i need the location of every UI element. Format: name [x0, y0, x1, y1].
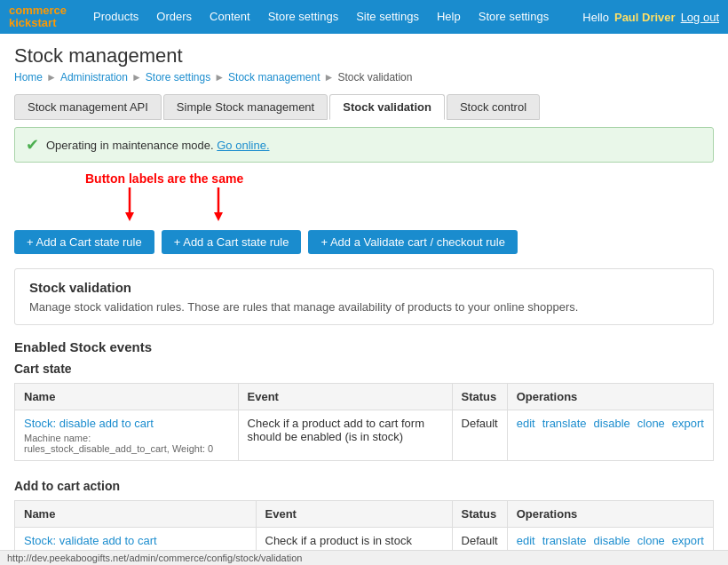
status-url: http://dev.peekaboogifts.net/admin/comme… [7, 553, 302, 563]
nav-products[interactable]: Products [84, 0, 147, 34]
hello-text: Hello [582, 11, 609, 24]
content-area: ✔ Operating in maintenance mode. Go onli… [0, 120, 728, 565]
add-validate-cart-checkout-btn[interactable]: + Add a Validate cart / checkout rule [308, 230, 518, 254]
cart-state-row-name: Stock: disable add to cart Machine name:… [15, 410, 239, 461]
nav-links: Products Orders Content Store settings S… [84, 0, 582, 34]
nav-content[interactable]: Content [201, 0, 259, 34]
annotation-label: Button labels are the same [85, 171, 714, 186]
add-to-cart-heading: Add to cart action [14, 479, 714, 493]
tab-stock-management-api[interactable]: Stock management API [14, 94, 162, 120]
cart-state-name-link[interactable]: Stock: disable add to cart [24, 417, 154, 430]
tab-simple-stock-management[interactable]: Simple Stock management [163, 94, 328, 120]
cart-state-ops: edit translate disable clone export [507, 410, 713, 461]
add-to-cart-clone[interactable]: clone [637, 534, 665, 547]
breadcrumb: Home ► Administration ► Store settings ►… [14, 71, 714, 84]
enabled-stock-events-heading: Enabled Stock events [14, 339, 714, 354]
cart-state-status: Default [452, 410, 507, 461]
col-event-1: Event [238, 384, 452, 410]
annotation-area: Button labels are the same [14, 171, 714, 223]
cart-state-export[interactable]: export [672, 417, 704, 430]
tab-bar: Stock management API Simple Stock manage… [0, 87, 728, 120]
add-cart-state-rule-btn-2[interactable]: + Add a Cart state rule [162, 230, 302, 254]
notice-bar: ✔ Operating in maintenance mode. Go onli… [14, 127, 714, 163]
stock-validation-desc: Manage stock validation rules. Those are… [29, 300, 699, 314]
nav-site-settings[interactable]: Site settings [347, 0, 428, 34]
add-to-cart-edit[interactable]: edit [517, 534, 535, 547]
cart-state-ops-links: edit translate disable clone export [517, 417, 704, 430]
action-buttons-row: + Add a Cart state rule + Add a Cart sta… [14, 230, 714, 254]
breadcrumb-admin[interactable]: Administration [60, 71, 128, 84]
stock-validation-title: Stock validation [29, 280, 699, 295]
nav-store-settings-1[interactable]: Store settings [259, 0, 348, 34]
col-status-1: Status [452, 384, 507, 410]
cart-state-header-row: Name Event Status Operations [15, 384, 714, 410]
cart-state-edit[interactable]: edit [517, 417, 535, 430]
add-to-cart-translate[interactable]: translate [542, 534, 587, 547]
add-cart-state-rule-btn-1[interactable]: + Add a Cart state rule [14, 230, 154, 254]
notice-text: Operating in maintenance mode. Go online… [46, 139, 270, 152]
nav-orders[interactable]: Orders [147, 0, 201, 34]
logout-link[interactable]: Log out [681, 11, 719, 24]
add-to-cart-ops-links: edit translate disable clone export [517, 534, 704, 547]
col-ops-1: Operations [507, 384, 713, 410]
logo-kickstart: kickstart [9, 16, 56, 29]
tab-stock-control[interactable]: Stock control [447, 94, 540, 120]
col-status-2: Status [452, 501, 507, 528]
logo-commerce: commerce [9, 4, 67, 17]
cart-state-clone[interactable]: clone [637, 417, 665, 430]
tab-stock-validation[interactable]: Stock validation [329, 94, 445, 120]
nav-help[interactable]: Help [428, 0, 470, 34]
svg-marker-1 [125, 212, 134, 221]
breadcrumb-sep-2: ► [131, 71, 142, 84]
breadcrumb-sep-3: ► [214, 71, 225, 84]
svg-marker-3 [214, 212, 223, 221]
breadcrumb-sep-1: ► [46, 71, 57, 84]
cart-state-translate[interactable]: translate [542, 417, 587, 430]
cart-state-disable[interactable]: disable [594, 417, 630, 430]
go-online-link[interactable]: Go online. [217, 139, 269, 152]
status-bar: http://dev.peekaboogifts.net/admin/comme… [0, 550, 728, 565]
nav-user-area: Hello Paul Driver Log out [582, 11, 719, 24]
breadcrumb-store-settings[interactable]: Store settings [146, 71, 210, 84]
add-to-cart-header-row: Name Event Status Operations [15, 501, 714, 528]
add-to-cart-disable[interactable]: disable [594, 534, 630, 547]
logo-text: commerce kickstart [9, 4, 67, 30]
col-event-2: Event [256, 501, 452, 528]
cart-state-table: Name Event Status Operations Stock: disa… [14, 383, 714, 461]
cart-state-group: Cart state Name Event Status Operations … [14, 362, 714, 461]
breadcrumb-sep-4: ► [323, 71, 334, 84]
cart-state-event: Check if a product add to cart form shou… [238, 410, 452, 461]
top-navigation: commerce kickstart Products Orders Conte… [0, 0, 728, 34]
nav-store-settings-2[interactable]: Store settings [470, 0, 558, 34]
logo[interactable]: commerce kickstart [9, 4, 67, 30]
col-ops-2: Operations [507, 501, 713, 528]
add-to-cart-name-link[interactable]: Stock: validate add to cart [24, 534, 157, 547]
stock-validation-section: Stock validation Manage stock validation… [14, 268, 714, 325]
cart-state-heading: Cart state [14, 362, 714, 376]
page-header: Stock management Home ► Administration ►… [0, 34, 728, 87]
enabled-stock-events: Enabled Stock events Cart state Name Eve… [14, 339, 714, 565]
cart-state-machine-name: Machine name: rules_stock_disable_add_to… [24, 433, 229, 454]
breadcrumb-current: Stock validation [337, 71, 412, 84]
breadcrumb-stock-management[interactable]: Stock management [228, 71, 320, 84]
username: Paul Driver [614, 11, 676, 24]
col-name-2: Name [15, 501, 257, 528]
page-title: Stock management [14, 44, 714, 68]
col-name-1: Name [15, 384, 239, 410]
table-row: Stock: disable add to cart Machine name:… [15, 410, 714, 461]
breadcrumb-home[interactable]: Home [14, 71, 43, 84]
notice-icon: ✔ [26, 135, 39, 155]
annotation-arrows [85, 187, 316, 223]
add-to-cart-export[interactable]: export [672, 534, 704, 547]
